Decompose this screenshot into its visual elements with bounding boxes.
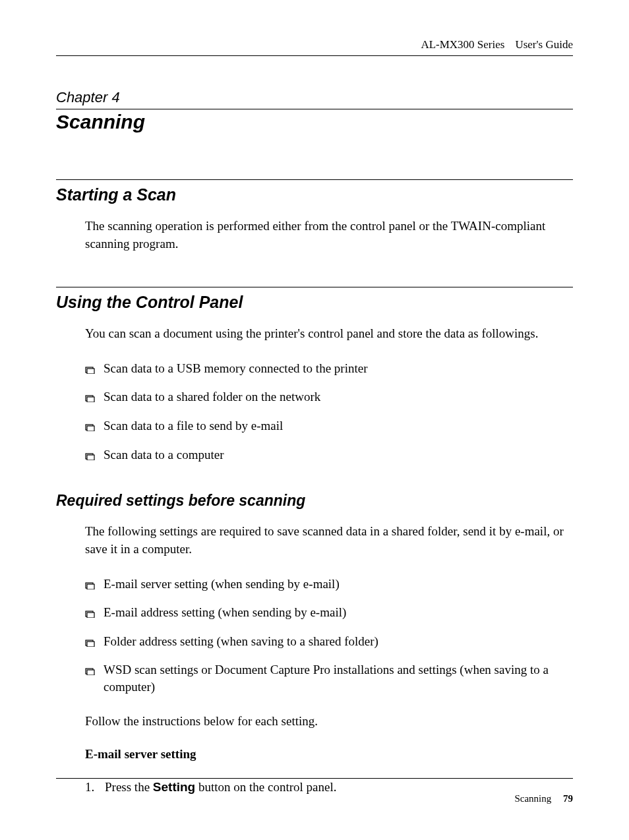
list-item-text: Scan data to a computer (104, 446, 573, 464)
list-item-text: Scan data to a shared folder on the netw… (104, 388, 573, 405)
control-panel-options: Scan data to a USB memory connected to t… (85, 360, 573, 465)
follow-instruction: Follow the instructions below for each s… (85, 713, 573, 731)
chapter-label: Chapter 4 (56, 89, 573, 106)
list-item: E-mail server setting (when sending by e… (85, 576, 573, 594)
list-item-text: Scan data to a file to send by e-mail (104, 417, 573, 435)
svg-rect-15 (87, 670, 94, 675)
required-settings-list: E-mail server setting (when sending by e… (85, 576, 573, 696)
bullet-icon (85, 360, 104, 378)
list-item: Scan data to a file to send by e-mail (85, 417, 573, 436)
bullet-icon (85, 661, 104, 680)
list-item: Scan data to a computer (85, 446, 573, 465)
list-item-text: Scan data to a USB memory connected to t… (104, 360, 573, 377)
list-item: E-mail address setting (when sending by … (85, 604, 573, 622)
heading-required-settings: Required settings before scanning (56, 492, 573, 510)
bullet-icon (85, 388, 104, 407)
subheading-email-server: E-mail server setting (85, 747, 573, 762)
list-item: Scan data to a shared folder on the netw… (85, 388, 573, 407)
starting-body: The scanning operation is performed eith… (85, 218, 573, 253)
svg-rect-9 (87, 584, 94, 589)
page-header: AL-MX300 SeriesUser's Guide (56, 38, 573, 56)
list-item: Folder address setting (when saving to a… (85, 633, 573, 651)
list-item-text: E-mail address setting (when sending by … (104, 604, 573, 621)
svg-rect-3 (87, 397, 94, 402)
bullet-icon (85, 446, 104, 465)
required-intro: The following settings are required to s… (85, 523, 573, 558)
bullet-icon (85, 604, 104, 622)
list-item: WSD scan settings or Document Capture Pr… (85, 661, 573, 695)
product-name: AL-MX300 Series (421, 38, 504, 51)
list-item-text: Folder address setting (when saving to a… (104, 633, 573, 650)
svg-rect-5 (87, 426, 94, 431)
svg-rect-11 (87, 613, 94, 618)
svg-rect-7 (87, 455, 94, 460)
svg-rect-13 (87, 642, 94, 647)
footer-section: Scanning (514, 793, 551, 804)
bullet-icon (85, 633, 104, 651)
list-item: Scan data to a USB memory connected to t… (85, 360, 573, 378)
heading-starting-a-scan: Starting a Scan (56, 179, 573, 204)
bullet-icon (85, 576, 104, 594)
control-panel-intro: You can scan a document using the printe… (85, 325, 573, 343)
page-number: 79 (563, 793, 573, 804)
bullet-icon (85, 417, 104, 436)
heading-using-control-panel: Using the Control Panel (56, 287, 573, 312)
svg-rect-1 (87, 369, 94, 374)
page-footer: Scanning 79 (56, 778, 573, 804)
chapter-title: Scanning (56, 109, 573, 133)
doc-title: User's Guide (515, 38, 573, 51)
list-item-text: WSD scan settings or Document Capture Pr… (104, 661, 573, 695)
list-item-text: E-mail server setting (when sending by e… (104, 576, 573, 593)
